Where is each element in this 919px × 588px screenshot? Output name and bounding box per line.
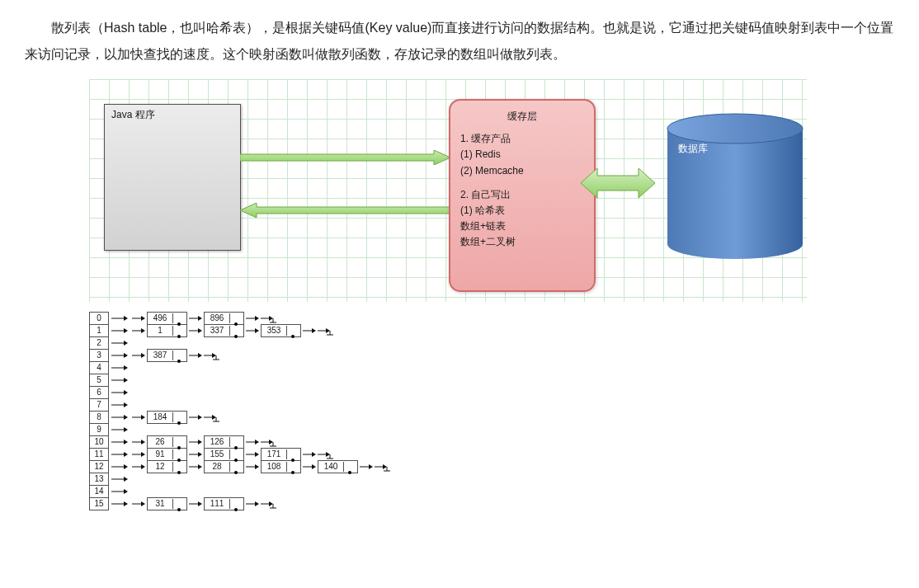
- architecture-diagram: Java 程序: [89, 79, 894, 302]
- bucket-index: 6: [89, 386, 109, 399]
- link-arrow-icon: [244, 500, 261, 508]
- hash-node-value: 108: [262, 462, 287, 472]
- svg-marker-107: [124, 477, 128, 482]
- link-arrow-icon: [244, 314, 261, 322]
- hash-node: 31: [147, 497, 187, 510]
- svg-point-5: [667, 114, 803, 143]
- hash-node-value: 353: [262, 326, 287, 336]
- hash-node: 12: [147, 460, 187, 473]
- hash-bucket-row: 13: [89, 473, 518, 485]
- link-arrow-icon: [130, 438, 147, 446]
- bucket-index: 12: [89, 460, 109, 473]
- link-arrow-icon: [187, 314, 204, 322]
- svg-marker-39: [198, 353, 202, 358]
- bucket-index: 9: [89, 423, 109, 436]
- hash-node: 28: [204, 460, 244, 473]
- link-arrow-icon: [130, 327, 147, 335]
- hash-node-value: 91: [148, 449, 173, 459]
- link-arrow-icon: [301, 327, 318, 335]
- svg-marker-97: [255, 464, 259, 469]
- svg-marker-41: [212, 353, 216, 358]
- link-arrow-icon: [244, 438, 261, 446]
- hash-bucket-row: 14: [89, 485, 518, 497]
- svg-marker-103: [383, 464, 387, 469]
- null-terminator-icon: [375, 461, 393, 473]
- bucket-arrow-icon: [109, 450, 130, 459]
- hash-node-value: 26: [148, 437, 173, 447]
- hash-node: 140: [318, 460, 358, 473]
- svg-marker-85: [312, 452, 316, 457]
- bucket-index: 15: [89, 497, 109, 510]
- hash-node: 353: [261, 324, 301, 337]
- java-program-label: Java 程序: [111, 109, 155, 120]
- bucket-index: 1: [89, 324, 109, 337]
- bucket-index: 5: [89, 374, 109, 387]
- hash-node: 387: [147, 349, 187, 362]
- hash-table-diagram: 0496896113373532338745678184910261261191…: [89, 312, 894, 510]
- hash-node-value: 171: [262, 449, 287, 459]
- bucket-arrow-icon: [109, 376, 130, 384]
- bucket-arrow-icon: [109, 426, 130, 434]
- bucket-index: 11: [89, 448, 109, 461]
- svg-marker-81: [198, 452, 202, 457]
- hash-bucket-row: 5: [89, 374, 518, 386]
- svg-marker-113: [141, 501, 145, 506]
- hash-node: 337: [204, 324, 244, 337]
- hash-node: 1: [147, 324, 187, 337]
- hash-node-value: 337: [205, 326, 230, 336]
- bucket-arrow-icon: [109, 475, 130, 483]
- svg-marker-37: [141, 353, 145, 358]
- svg-marker-29: [326, 328, 330, 333]
- hash-node: 26: [147, 435, 187, 449]
- link-arrow-icon: [187, 450, 204, 459]
- hash-node-value: 1: [148, 326, 173, 336]
- svg-marker-77: [124, 452, 128, 457]
- null-terminator-icon: [261, 436, 279, 448]
- hash-node-value: 28: [205, 462, 230, 472]
- bucket-index: 7: [89, 398, 109, 412]
- svg-marker-11: [198, 316, 202, 321]
- bucket-arrow-icon: [109, 388, 130, 397]
- bucket-index: 4: [89, 361, 109, 374]
- hash-bucket-row: 121228108140: [89, 460, 518, 473]
- bucket-arrow-icon: [109, 351, 130, 360]
- svg-marker-71: [255, 440, 259, 445]
- hash-bucket-row: 0496896: [89, 312, 518, 324]
- hash-node-value: 155: [205, 449, 230, 459]
- hash-node-value: 140: [318, 462, 344, 472]
- svg-marker-115: [198, 501, 202, 506]
- svg-marker-65: [124, 440, 128, 445]
- null-terminator-icon: [204, 350, 222, 361]
- hash-node-value: 896: [205, 313, 230, 323]
- link-arrow-icon: [130, 463, 147, 471]
- cache-line: (1) Redis: [460, 147, 584, 162]
- bucket-arrow-icon: [109, 364, 130, 372]
- hash-node: 108: [261, 460, 301, 473]
- null-terminator-icon: [318, 325, 336, 336]
- svg-marker-117: [255, 501, 259, 506]
- database-cylinder: [665, 112, 805, 261]
- cache-title: 缓存层: [460, 109, 584, 125]
- svg-marker-51: [124, 402, 128, 407]
- hash-bucket-row: 1026126: [89, 435, 518, 448]
- bucket-arrow-icon: [109, 438, 130, 446]
- hash-bucket-row: 2: [89, 336, 518, 349]
- hash-bucket-row: 11337353: [89, 324, 518, 336]
- svg-marker-99: [312, 464, 316, 469]
- link-arrow-icon: [130, 413, 147, 421]
- svg-marker-19: [124, 328, 128, 333]
- svg-marker-57: [198, 415, 202, 420]
- bucket-index: 13: [89, 473, 109, 486]
- intro-paragraph: 散列表（Hash table，也叫哈希表），是根据关键码值(Key value)…: [25, 15, 894, 68]
- link-arrow-icon: [187, 351, 204, 360]
- bucket-arrow-icon: [109, 327, 130, 335]
- svg-marker-111: [124, 501, 128, 506]
- svg-marker-7: [124, 316, 128, 321]
- svg-marker-83: [255, 452, 259, 457]
- link-arrow-icon: [187, 327, 204, 335]
- null-terminator-icon: [261, 313, 279, 324]
- hash-node-value: 111: [205, 499, 230, 509]
- svg-marker-73: [269, 440, 273, 445]
- arrow-java-to-cache: [240, 150, 450, 165]
- hash-node-value: 126: [205, 437, 230, 447]
